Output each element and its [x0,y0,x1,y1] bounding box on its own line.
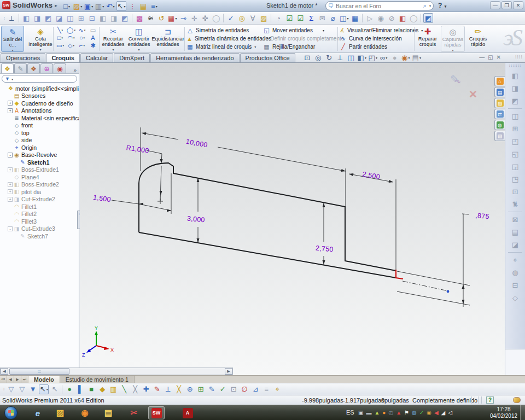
convert-entities-button[interactable]: ◫ Convertir entidades▾ [126,26,151,52]
dropdown-arrow-icon[interactable]: ▾ [175,16,177,20]
exit-sketch-button[interactable]: ✎ Salir del c...▾ [1,26,24,52]
taskbar-app-internet-explorer[interactable]: e [30,406,46,419]
right-toolbar-icon[interactable]: ⌖ [510,254,521,266]
tray-icon[interactable]: ◁ [448,409,452,416]
language-indicator[interactable]: ES [346,409,354,416]
gauge-icon[interactable]: ◔ [273,13,283,23]
model-tab-estudio-de-movimiento-1[interactable]: Estudio de movimiento 1 [60,376,135,383]
open-document-icon[interactable]: ▨▾ [73,1,83,11]
view-cube-icon[interactable]: ◪ [54,13,64,23]
snap-icon[interactable]: ⊡ [229,384,238,394]
selection-filter-icon[interactable]: ⋮ [127,1,137,11]
snap-point-icon[interactable]: ● [65,384,74,394]
right-toolbar-icon[interactable]: ◱ [510,148,521,160]
view-cube-icon[interactable]: ◨ [109,13,119,23]
zebra-stripes-icon[interactable]: ≋ [145,13,155,23]
instant3d-icon[interactable]: ◩ [423,13,433,23]
taskbar-app-sticky-notes[interactable]: ▤ [100,406,116,419]
tree-item-pilot-dia[interactable]: +◧pilot dia [0,188,79,196]
file-explorer-tab[interactable]: ▨ [494,98,505,108]
offset-entities-button[interactable]: ⊐ Equidistanciar entidades [152,26,184,52]
right-toolbar-icon[interactable]: ⊠ [510,213,521,226]
solidworks-resources-tab[interactable]: ⌂ [494,76,505,86]
snap-icon[interactable]: ╳ [130,384,140,394]
snap-icon[interactable]: ✎ [152,384,162,394]
motion-icon[interactable]: ▷ [365,13,375,23]
tab-dimxpert[interactable]: DimXpert [114,53,150,62]
snap-quadrant-icon[interactable]: ■ [86,384,96,394]
zoom-area-icon[interactable]: ◎ [313,53,323,63]
horizontal-scrollbar[interactable]: ◀ ⁞⁞⁞ ▶ [0,368,233,375]
snap-icon[interactable]: ╳ [174,384,184,394]
snap-grid-icon[interactable]: ▥ [108,384,118,394]
dimension-corner-radius[interactable]: R1,000 [126,144,150,155]
featuremanager-tab[interactable]: ❖ [1,63,14,73]
tab-productos-office[interactable]: Productos Office [240,53,295,62]
flow-icon[interactable]: ⊘ [387,13,396,23]
forum-search[interactable]: 🗨 ⌕ ▾ [325,1,434,10]
right-toolbar-icon[interactable]: ⇅ [510,198,521,211]
search-icon[interactable]: ⌕ [423,2,427,9]
menu-expand-arrow-icon[interactable]: ▸ [55,3,57,8]
filter-icon[interactable]: ▽ [6,384,16,394]
filter-dropdown-icon[interactable]: ▾ [11,77,13,81]
appearances-icon[interactable]: ◉▾ [401,53,411,63]
right-toolbar-icon[interactable]: ◧ [510,69,521,82]
scrollbar-thumb[interactable]: ⁞⁞⁞ [9,368,69,375]
sketch-entity-tool[interactable]: ⌐▾ [77,42,88,49]
model-tab-nav-button[interactable]: ◀ [7,376,14,383]
dropdown-arrow-icon[interactable]: ▾ [365,56,366,60]
tree-expander[interactable]: + [8,108,13,113]
properties-icon[interactable]: ▤ [138,1,148,11]
close-button[interactable]: ✕ [513,1,523,9]
toolbar-grip[interactable]: ⁞ [3,387,4,392]
view-cube-icon[interactable]: ◧ [98,13,108,23]
tray-icon[interactable]: ● [382,409,386,416]
snap-icon[interactable]: ⌖ [272,384,282,394]
select-cursor-icon[interactable]: ↖▾ [116,1,126,11]
axis-icon[interactable]: ⟂ [7,13,16,23]
right-toolbar-icon[interactable]: ◳ [510,173,521,185]
tree-item-sketch1[interactable]: ✎Sketch1 [0,159,79,166]
tree-expander[interactable]: + [8,101,13,106]
tray-icon[interactable]: ◀ [434,409,439,416]
rotate-view-icon[interactable]: ↻ [324,53,334,63]
check-icon[interactable]: ☑ [284,13,294,23]
sketch-entity-tool[interactable]: ▭▾ [55,42,66,49]
right-toolbar-icon[interactable]: ◩ [510,95,521,107]
draft-analysis-icon[interactable]: ▦▾ [167,13,177,23]
dimension-overall-length[interactable]: 10,000 [185,138,208,149]
dynamic-mirror-button[interactable]: ▲ Simetría dinámica de entidades [186,34,262,43]
sketch-entity-tool[interactable]: ◯▾ [66,27,77,34]
dropdown-arrow-icon[interactable]: ▾ [102,4,104,8]
tab-herramientas-de-renderizado[interactable]: Herramientas de renderizado [150,53,239,62]
dropdown-arrow-icon[interactable]: ▾ [113,4,114,8]
rotate-component-icon[interactable]: ✜ [200,13,210,23]
tree-expander[interactable]: + [8,189,13,194]
right-toolbar-icon[interactable]: ◇ [510,291,521,304]
diameter-icon[interactable]: ⌀ [328,13,338,23]
filter-icon[interactable]: ▽ [17,384,27,394]
sketch-entity-tool[interactable]: A [88,34,98,41]
tree-item-fillet1[interactable]: ◠Fillet1 [0,203,79,211]
dropdown-arrow-icon[interactable]: ▾ [91,4,93,8]
view-cube-icon[interactable]: ◩ [43,13,53,23]
dropdown-arrow-icon[interactable]: ▾ [156,4,158,8]
tray-icon[interactable]: ✓ [419,409,424,416]
sketch-entity-tool[interactable]: ◇▾ [66,42,77,49]
appearances-tab[interactable]: ▧ [494,131,505,141]
dropdown-arrow-icon[interactable]: ▾ [62,44,64,47]
snap-perpendicular-icon[interactable]: ⟂ [163,384,173,394]
right-toolbar-icon[interactable]: ◲ [510,160,521,173]
view-cube-icon[interactable]: ◧ [21,13,31,23]
search-tab[interactable]: ⇄ [494,109,505,119]
realview-icon[interactable]: ◯ [211,13,221,23]
dimension-left-height[interactable]: 3,000 [186,215,205,224]
dropdown-arrow-icon[interactable]: ▾ [62,28,63,32]
tree-expander[interactable]: + [8,182,13,187]
centerline-endpoint[interactable] [447,290,450,293]
toolbar-grip[interactable]: ⁞⁞⁞⁞⁞⁞⁞ [505,63,525,68]
tree-item-boss-extrude2[interactable]: +◧Boss-Extrude2 [0,181,79,189]
rapid-sketch-button[interactable]: ✏ Croquis rápido [466,26,490,52]
new-document-icon[interactable]: □▾ [62,1,72,11]
